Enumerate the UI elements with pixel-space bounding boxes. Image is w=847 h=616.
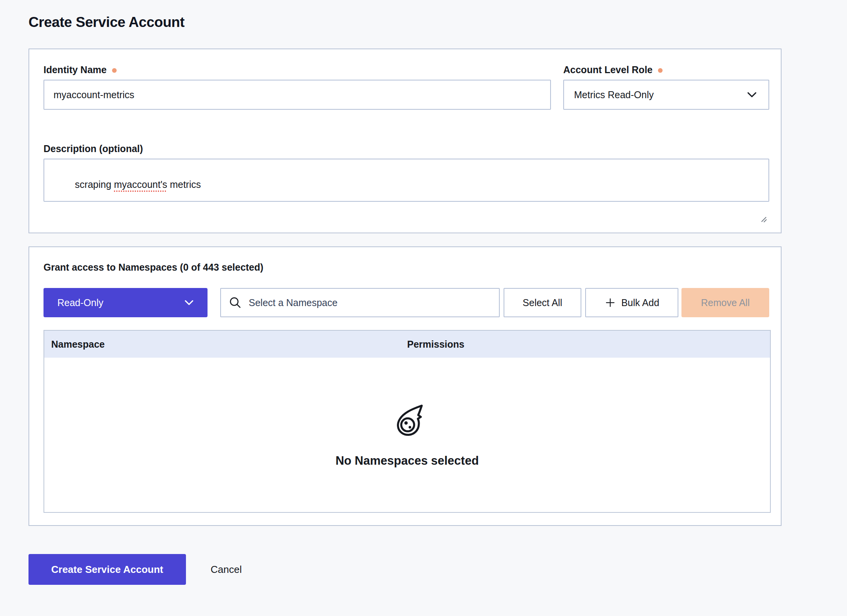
select-all-label: Select All	[523, 297, 562, 308]
form-actions: Create Service Account Cancel	[28, 554, 782, 585]
namespace-search-box[interactable]	[220, 288, 500, 317]
page-title: Create Service Account	[28, 14, 782, 31]
create-service-account-page: Create Service Account Identity Name Acc…	[0, 0, 847, 585]
description-label: Description (optional)	[44, 143, 769, 154]
description-text-pre: scraping	[75, 179, 114, 190]
chevron-down-icon	[183, 296, 195, 309]
meteor-icon	[390, 402, 425, 438]
identity-name-label-text: Identity Name	[44, 64, 107, 75]
remove-all-button[interactable]: Remove All	[681, 288, 769, 317]
namespaces-table-header: Namespace Permissions	[44, 331, 770, 358]
permission-dropdown[interactable]: Read-Only	[44, 288, 208, 317]
account-level-role-label: Account Level Role	[563, 64, 769, 75]
identity-name-input[interactable]	[44, 80, 551, 110]
account-level-role-field-group: Account Level Role Metrics Read-Only	[563, 64, 769, 110]
identity-name-label: Identity Name	[44, 64, 551, 75]
column-header-permissions: Permissions	[407, 339, 770, 350]
search-icon	[229, 296, 242, 309]
plus-icon	[604, 297, 616, 308]
description-text-post: metrics	[167, 179, 201, 190]
description-field-group: Description (optional) scraping myaccoun…	[44, 143, 769, 202]
required-dot	[112, 68, 117, 73]
textarea-resize-handle[interactable]	[760, 193, 767, 200]
account-level-role-select[interactable]: Metrics Read-Only	[563, 80, 769, 110]
permission-dropdown-value: Read-Only	[57, 297, 104, 308]
bulk-add-button[interactable]: Bulk Add	[585, 288, 678, 317]
namespaces-controls-row: Read-Only Select All Bulk Add Remove All	[44, 288, 769, 317]
namespaces-table-empty-state: No Namespaces selected	[44, 358, 770, 512]
column-header-namespace: Namespace	[44, 339, 407, 350]
namespaces-card: Grant access to Namespaces (0 of 443 sel…	[28, 246, 782, 526]
namespaces-table: Namespace Permissions No Namespaces sele…	[44, 330, 771, 513]
namespaces-heading: Grant access to Namespaces (0 of 443 sel…	[44, 261, 769, 273]
account-level-role-label-text: Account Level Role	[563, 64, 653, 75]
bulk-add-label: Bulk Add	[621, 297, 660, 308]
identity-name-field-group: Identity Name	[44, 64, 551, 110]
description-text-spellcheck-flagged: myaccount's	[114, 179, 167, 190]
create-service-account-button[interactable]: Create Service Account	[28, 554, 186, 585]
cancel-button[interactable]: Cancel	[211, 564, 242, 576]
empty-state-message: No Namespaces selected	[335, 454, 479, 468]
remove-all-label: Remove All	[701, 297, 750, 308]
required-dot	[658, 68, 663, 73]
account-level-role-value: Metrics Read-Only	[574, 89, 654, 100]
chevron-down-icon	[745, 88, 758, 101]
description-textarea[interactable]: scraping myaccount's metrics	[44, 159, 769, 202]
select-all-button[interactable]: Select All	[504, 288, 581, 317]
namespace-search-input[interactable]	[248, 297, 491, 309]
identity-card: Identity Name Account Level Role Metrics…	[28, 49, 782, 233]
